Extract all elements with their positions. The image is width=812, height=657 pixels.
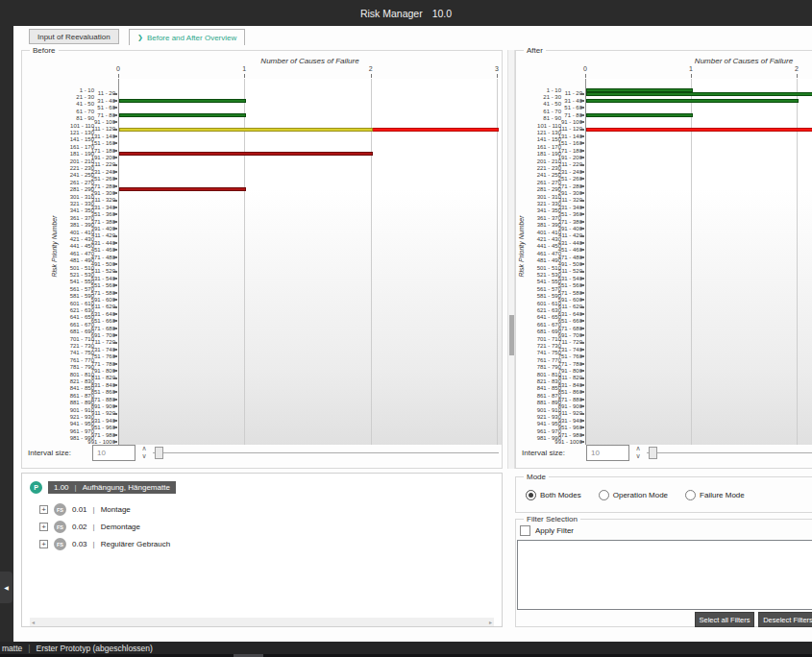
expand-icon[interactable]: +: [39, 523, 48, 531]
rpn-label-tick: [113, 363, 117, 365]
rpn-label-tick: [580, 129, 584, 131]
interval-size-row: Interval size: ∧ ∨: [516, 443, 812, 468]
rpn-label-tick: [113, 342, 117, 344]
scroll-left-arrow-icon[interactable]: ◂: [32, 619, 35, 625]
x-gridline: [497, 79, 498, 445]
rpn-label-tick: [113, 328, 117, 329]
tree-item-separator: |: [93, 540, 95, 548]
collapsed-side-panel: [0, 26, 13, 642]
rpn-label-tick: [580, 370, 584, 372]
interval-slider-track[interactable]: [153, 452, 499, 453]
apply-filter-label: Apply Filter: [535, 526, 574, 535]
rpn-label-tick: [113, 313, 117, 315]
rpn-label-tick: [113, 278, 117, 280]
radio-failure-mode[interactable]: Failure Mode: [685, 490, 745, 500]
rpn-label-tick: [113, 271, 117, 273]
rpn-label-tick: [580, 405, 584, 407]
rpn-label-tick: [113, 320, 117, 322]
radio-both-modes[interactable]: Both Modes: [526, 490, 581, 500]
rpn-label-tick: [580, 256, 584, 258]
select-all-filters-button[interactable]: Select all Filters: [695, 612, 754, 627]
interval-spin-down-button[interactable]: ∨: [138, 452, 150, 461]
after-chart-panel: After Number of Causes of Failure Risk P…: [515, 50, 812, 469]
deselect-filters-button[interactable]: Deselect Filters: [758, 612, 812, 627]
scroll-right-arrow-icon[interactable]: ▸: [489, 619, 492, 625]
rpn-label-tick: [113, 114, 117, 116]
chart-bar: [586, 99, 799, 103]
rpn-label-tick: [113, 334, 117, 336]
rpn-label-tick: [580, 192, 584, 194]
horizontal-scrollbar[interactable]: ◂ ▸: [30, 618, 494, 626]
interval-slider-thumb[interactable]: [155, 447, 163, 459]
rpn-label-tick: [113, 93, 117, 95]
rpn-label-tick: [113, 299, 117, 301]
y-axis-line: [118, 79, 119, 445]
window-version: 10.0: [432, 8, 452, 19]
filter-listbox[interactable]: [517, 540, 812, 610]
tree-row-montage[interactable]: + FS 0.01 | Montage: [39, 503, 131, 516]
x-tick-mark: [244, 74, 245, 78]
interval-size-label: Interval size:: [28, 449, 71, 457]
rpn-interval-label: 991 - 1000: [58, 439, 115, 445]
interval-slider-thumb[interactable]: [649, 447, 657, 459]
chart-bar: [119, 152, 373, 156]
tab-label: Input of Reevaluation: [37, 33, 111, 41]
mode-panel: Mode Both Modes Operation Mode Failure M…: [515, 476, 812, 513]
rpn-label-tick: [113, 207, 117, 208]
tree-item-separator: |: [93, 523, 95, 531]
selected-tree-item[interactable]: 1.00 | Aufhängung, Hängematte: [48, 481, 176, 494]
tab-before-and-after-overview[interactable]: ❯ Before and After Overview: [129, 29, 245, 45]
filter-group-label: Filter Selection: [524, 515, 580, 523]
rpn-label-tick: [580, 355, 584, 357]
interval-size-input[interactable]: [586, 445, 629, 461]
tree-item-label: Regulärer Gebrauch: [101, 540, 170, 548]
radio-operation-mode[interactable]: Operation Mode: [599, 490, 668, 500]
rpn-label-tick: [113, 377, 117, 379]
apply-filter-checkbox[interactable]: [520, 525, 530, 536]
tree-item-code: 0.02: [72, 523, 87, 531]
rpn-label-tick: [580, 328, 584, 329]
rpn-label-tick: [580, 349, 584, 351]
x-tick-mark: [497, 74, 498, 78]
sidebar-expand-tab[interactable]: ◀: [0, 572, 12, 603]
rpn-label-tick: [580, 100, 584, 102]
radio-unselected-icon[interactable]: [599, 490, 609, 500]
active-tab-chevron-icon: ❯: [137, 34, 143, 41]
rpn-label-tick: [580, 171, 584, 173]
chart-bar: [586, 113, 693, 117]
rpn-label-tick: [113, 200, 117, 202]
expand-icon[interactable]: +: [39, 540, 48, 548]
chart-bar: [119, 99, 246, 103]
title-bar: Risk Manager 10.0: [0, 0, 812, 26]
interval-size-input[interactable]: [92, 445, 135, 461]
tree-row-regulaerer-gebrauch[interactable]: + FS 0.03 | Regulärer Gebrauch: [39, 538, 170, 550]
before-group-label: Before: [30, 46, 59, 55]
rpn-label-tick: [580, 399, 584, 401]
radio-unselected-icon[interactable]: [685, 490, 696, 500]
content-area: Input of Reevaluation ❯ Before and After…: [13, 26, 812, 642]
rpn-label-tick: [580, 200, 584, 202]
function-badge-icon: FS: [54, 521, 66, 533]
expand-icon[interactable]: +: [39, 505, 48, 514]
y-axis-line: [585, 79, 586, 445]
rpn-label-tick: [580, 441, 584, 443]
tab-input-of-reevaluation[interactable]: Input of Reevaluation: [29, 29, 119, 44]
x-tick-label: 1: [234, 65, 254, 72]
rpn-label-tick: [113, 150, 117, 152]
rpn-label-tick: [580, 150, 584, 152]
x-tick-mark: [118, 74, 119, 78]
tree-row-root[interactable]: P 1.00 | Aufhängung, Hängematte: [30, 481, 176, 494]
interval-slider-track[interactable]: [647, 452, 812, 453]
radio-selected-icon[interactable]: [526, 490, 536, 500]
rpn-label-tick: [113, 157, 117, 158]
tree-item-label: Aufhängung, Hängematte: [83, 483, 170, 492]
rpn-label-tick: [580, 278, 584, 280]
rpn-label-tick: [113, 263, 117, 265]
rpn-label-tick: [113, 399, 117, 401]
interval-spin-down-button[interactable]: ∨: [632, 452, 644, 461]
tree-row-demontage[interactable]: + FS 0.02 | Demontage: [39, 521, 140, 533]
rpn-label-tick: [580, 271, 584, 273]
rpn-label-tick: [113, 384, 117, 386]
apply-filter-row[interactable]: Apply Filter: [520, 525, 574, 536]
rpn-label-tick: [580, 334, 584, 336]
